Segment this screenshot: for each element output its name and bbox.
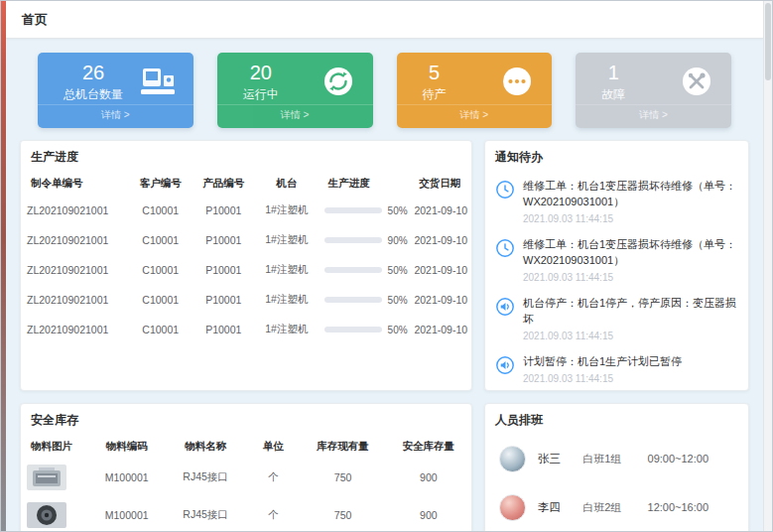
panel-title: 生产进度 (21, 141, 471, 172)
safety-cell: 900 (386, 496, 471, 531)
machine-cell: 1#注塑机 (255, 255, 319, 285)
stat-label: 运行中 (243, 86, 279, 103)
production-table: 制令单编号 客户编号 产品编号 机台 生产进度 交货日期 ZL202109021… (21, 172, 471, 344)
progress-track (324, 267, 382, 273)
card-detail-link[interactable]: 详情 > (576, 104, 731, 128)
machine-icon (140, 66, 176, 97)
card-detail-link[interactable]: 详情 > (397, 104, 553, 128)
notification-time: 2021.09.03 11:44:15 (523, 331, 738, 341)
table-row[interactable]: ZL202109021001 C10001 P10001 1#注塑机 50% 2… (21, 285, 471, 315)
stat-card-fault[interactable]: 1 故障 (576, 53, 731, 128)
machine-cell: 1#注塑机 (255, 196, 319, 225)
panel-grid: 生产进度 制令单编号 客户编号 产品编号 机台 生产进度 交货日期 (20, 140, 749, 531)
machine-cell: 1#注塑机 (255, 315, 319, 344)
order-cell: ZL202109021001 (21, 285, 129, 315)
name-cell: RJ45接口 (165, 459, 246, 496)
table-row[interactable]: M100001 RJ45接口 个 750 900 (21, 459, 471, 496)
notification-text: 维修工单：机台1变压器损坏待维修（单号：WX202109031001） (523, 237, 738, 269)
round-connector-photo (27, 502, 66, 528)
person-shift: 白班2组 (582, 500, 647, 515)
tab-home[interactable]: 首页 (22, 11, 48, 29)
table-row[interactable]: ZL202109021001 C10001 P10001 1#注塑机 90% 2… (21, 225, 471, 255)
person-time: 09:00~12:00 (648, 453, 734, 465)
schedule-row[interactable]: 李四 白班2组 12:00~16:00 (485, 483, 748, 531)
stat-card-running[interactable]: 20 运行中 (217, 53, 373, 128)
product-cell: P10001 (193, 255, 256, 285)
column-header: 单位 (246, 435, 300, 459)
name-cell: RJ45接口 (165, 496, 246, 531)
progress-cell: 50% (319, 255, 409, 285)
progress-track (324, 207, 382, 213)
notification-body: 机台停产：机台1停产，停产原因：变压器损坏 2021.09.03 11:44:1… (523, 296, 738, 341)
stat-value: 26 (64, 61, 123, 84)
card-detail-link[interactable]: 详情 > (38, 104, 193, 128)
speaker-icon (495, 296, 515, 341)
topbar: 首页 (6, 1, 763, 39)
stat-card-total-machines[interactable]: 26 总机台数量 详情 (38, 53, 193, 128)
notification-item[interactable]: 维修工单：机台1变压器损坏待维修（单号：WX202109031001） 2021… (485, 172, 748, 230)
table-header-row: 制令单编号 客户编号 产品编号 机台 生产进度 交货日期 (21, 172, 471, 196)
scrollbar-thumb[interactable] (765, 3, 771, 80)
notification-text: 维修工单：机台1变压器损坏待维修（单号：WX202109031001） (523, 179, 738, 210)
column-header: 物料名称 (165, 435, 246, 459)
card-top: 1 故障 (576, 53, 731, 104)
schedule-row[interactable]: 张三 白班1组 09:00~12:00 (485, 435, 748, 483)
progress-label: 90% (388, 235, 408, 246)
date-cell: 2021-09-10 (408, 196, 471, 225)
person-time: 12:00~16:00 (648, 501, 734, 513)
avatar (499, 494, 526, 521)
stat-label: 故障 (601, 86, 625, 103)
production-progress-panel: 生产进度 制令单编号 客户编号 产品编号 机台 生产进度 交货日期 (20, 140, 472, 391)
panel-title: 安全库存 (21, 404, 471, 435)
main-area: 首页 26 总机台数量 (6, 1, 763, 531)
card-meta: 5 待产 (423, 61, 447, 103)
table-row[interactable]: ZL202109021001 C10001 P10001 1#注塑机 50% 2… (21, 255, 471, 285)
person-shift: 白班1组 (582, 452, 647, 466)
column-header: 产品编号 (193, 172, 256, 196)
dashboard-window: 首页 26 总机台数量 (0, 0, 773, 532)
column-header: 制令单编号 (21, 172, 129, 196)
photo-cell (21, 459, 88, 496)
stat-card-waiting[interactable]: 5 待产 详情 > (397, 53, 553, 128)
table-row[interactable]: ZL202109021001 C10001 P10001 1#注塑机 50% 2… (21, 196, 471, 225)
code-cell: M100001 (88, 459, 165, 496)
customer-cell: C10001 (129, 255, 193, 285)
clock-icon (495, 179, 515, 224)
code-cell: M100001 (88, 496, 165, 531)
progress-label: 50% (388, 325, 408, 335)
machine-cell: 1#注塑机 (255, 285, 319, 315)
unit-cell: 个 (246, 459, 300, 496)
column-header: 机台 (255, 172, 319, 196)
progress-cell: 90% (319, 225, 409, 255)
avatar (499, 446, 526, 472)
stock-cell: 750 (300, 459, 385, 496)
card-top: 20 运行中 (217, 53, 373, 104)
rj45-connector-photo (27, 465, 66, 490)
date-cell: 2021-09-10 (408, 225, 471, 255)
safety-cell: 900 (386, 459, 471, 496)
dashboard-content: 26 总机台数量 详情 (6, 39, 763, 531)
card-detail-link[interactable]: 详情 > (217, 104, 373, 128)
table-row[interactable]: M100001 RJ45接口 个 750 900 (21, 496, 471, 531)
panel-title: 人员排班 (485, 404, 748, 435)
stat-value: 20 (243, 61, 279, 84)
column-header: 物料图片 (21, 435, 88, 459)
machine-cell: 1#注塑机 (255, 225, 319, 255)
table-row[interactable]: ZL202109021001 C10001 P10001 1#注塑机 50% 2… (21, 315, 471, 344)
table-header-row: 物料图片 物料编码 物料名称 单位 库存现有量 安全库存量 (21, 435, 471, 459)
notification-item[interactable]: 机台停产：机台1停产，停产原因：变压器损坏 2021.09.03 11:44:1… (485, 289, 748, 347)
product-cell: P10001 (193, 196, 256, 225)
card-top: 5 待产 (397, 53, 553, 104)
vertical-scrollbar[interactable] (763, 1, 772, 531)
staff-schedule-panel: 人员排班 张三 白班1组 09:00~12:00 李四 白班2组 12:00~1… (484, 403, 749, 531)
fault-icon (680, 65, 713, 98)
notification-item[interactable]: 维修工单：机台1变压器损坏待维修（单号：WX202109031001） 2021… (485, 230, 748, 289)
stat-label: 待产 (423, 86, 447, 103)
date-cell: 2021-09-10 (408, 255, 471, 285)
notification-item[interactable]: 计划暂停：机台1生产计划已暂停 2021.09.03 11:44:15 (485, 347, 748, 390)
card-top: 26 总机台数量 (38, 53, 193, 104)
notification-time: 2021.09.03 11:44:15 (523, 272, 738, 283)
notification-body: 维修工单：机台1变压器损坏待维修（单号：WX202109031001） 2021… (523, 179, 738, 224)
notification-text: 机台停产：机台1停产，停产原因：变压器损坏 (523, 296, 738, 328)
order-cell: ZL202109021001 (21, 315, 129, 344)
